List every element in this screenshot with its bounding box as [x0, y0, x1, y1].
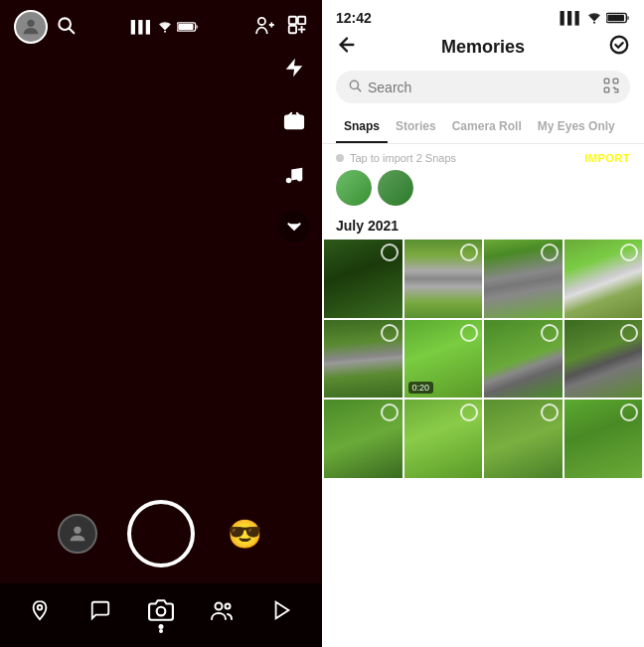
flash-icon[interactable] [276, 50, 312, 85]
tab-stories[interactable]: Stories [388, 113, 444, 143]
photo-12[interactable] [564, 400, 643, 478]
select-circle-7[interactable] [541, 324, 559, 342]
svg-rect-27 [604, 79, 609, 83]
select-circle-6[interactable] [460, 324, 478, 342]
memories-status-bar: 12:42 ▌▌▌ [322, 0, 644, 32]
camera-top-bar: ▌▌▌ [0, 0, 322, 50]
svg-rect-28 [613, 79, 618, 83]
back-button[interactable] [336, 34, 358, 61]
svg-rect-9 [289, 26, 296, 33]
svg-rect-10 [285, 116, 303, 129]
pending-snap-2-thumb [378, 170, 413, 206]
mem-wifi-icon [586, 12, 602, 24]
svg-point-18 [225, 604, 230, 609]
bitmoji-button[interactable] [58, 514, 97, 554]
scan-icon[interactable] [602, 77, 620, 98]
chat-nav-icon[interactable] [80, 593, 120, 627]
memories-title: Memories [441, 37, 525, 58]
select-circle-11[interactable] [541, 404, 559, 421]
mem-battery-icon [606, 12, 630, 24]
camera-nav-icon[interactable] [141, 593, 181, 627]
import-hint: Tap to import 2 Snaps [336, 152, 456, 164]
memories-time: 12:42 [336, 10, 372, 26]
photo-6[interactable]: 0:20 [404, 320, 483, 399]
select-circle-5[interactable] [381, 324, 399, 342]
svg-rect-22 [607, 15, 624, 21]
emoji-button[interactable]: 😎 [225, 514, 264, 554]
photo-8[interactable] [564, 320, 643, 399]
select-circle-4[interactable] [620, 243, 638, 261]
select-circle-8[interactable] [620, 324, 638, 342]
shutter-button[interactable] [127, 500, 195, 567]
svg-line-2 [70, 28, 75, 33]
select-circle-2[interactable] [460, 243, 478, 261]
search-input[interactable] [368, 80, 618, 95]
svg-point-12 [286, 178, 292, 184]
chevron-down-icon[interactable] [278, 211, 310, 243]
camera-search-icon[interactable] [56, 15, 76, 40]
photo-11[interactable] [484, 400, 563, 478]
pending-snap-1[interactable] [336, 170, 372, 206]
photo-5[interactable] [324, 320, 402, 399]
search-icon [348, 79, 362, 95]
tabs-row: Snaps Stories Camera Roll My Eyes Only [322, 113, 644, 144]
svg-point-15 [38, 605, 43, 610]
import-button[interactable]: IMPORT [584, 152, 630, 164]
camera-right-icons [276, 50, 312, 243]
select-all-button[interactable] [608, 34, 630, 61]
select-circle-12[interactable] [620, 404, 638, 421]
memories-panel: 12:42 ▌▌▌ Memories [322, 0, 644, 647]
svg-point-16 [157, 607, 166, 616]
photo-7[interactable] [484, 320, 563, 399]
wifi-icon [157, 21, 173, 33]
svg-rect-29 [604, 87, 609, 92]
photo-2[interactable] [404, 240, 483, 318]
tab-my-eyes-only[interactable]: My Eyes Only [530, 113, 623, 143]
svg-point-17 [215, 603, 222, 610]
pending-snap-2[interactable] [378, 170, 413, 206]
snapchat-icon[interactable] [286, 14, 308, 40]
select-circle-3[interactable] [541, 243, 559, 261]
dot-indicator [336, 154, 344, 162]
grid-row-2: 0:20 [324, 320, 642, 399]
select-circle-9[interactable] [381, 404, 399, 421]
location-nav-icon[interactable] [20, 593, 60, 627]
svg-point-24 [611, 37, 628, 54]
svg-point-3 [164, 31, 166, 33]
pending-snaps-row [322, 170, 644, 214]
svg-marker-19 [275, 602, 288, 619]
add-friend-icon[interactable] [254, 16, 276, 38]
memories-status-icons: ▌▌▌ [560, 11, 630, 25]
photo-1[interactable] [324, 240, 402, 318]
svg-rect-5 [179, 24, 194, 30]
photo-10[interactable] [404, 400, 483, 478]
select-circle-10[interactable] [460, 404, 478, 421]
photos-grid: 0:20 [322, 240, 644, 647]
play-nav-icon[interactable] [262, 593, 302, 627]
friends-nav-icon[interactable] [202, 593, 242, 627]
battery-icon [177, 21, 199, 33]
svg-rect-7 [289, 17, 296, 24]
svg-point-14 [74, 527, 80, 534]
flip-camera-icon[interactable] [276, 103, 312, 139]
camera-nav-bar [0, 583, 322, 647]
svg-point-0 [27, 20, 34, 27]
svg-line-26 [358, 88, 361, 91]
import-hint-text: Tap to import 2 Snaps [350, 152, 456, 164]
tab-snaps[interactable]: Snaps [336, 113, 388, 143]
svg-point-13 [297, 176, 303, 182]
import-row: Tap to import 2 Snaps IMPORT [322, 144, 644, 170]
photo-4[interactable] [564, 240, 643, 318]
signal-icon: ▌▌▌ [131, 20, 154, 34]
mem-signal-icon: ▌▌▌ [560, 11, 582, 25]
music-icon[interactable] [276, 157, 312, 193]
avatar[interactable] [14, 10, 48, 44]
photo-9[interactable] [324, 400, 402, 478]
tab-camera-roll[interactable]: Camera Roll [444, 113, 530, 143]
search-bar[interactable] [336, 71, 630, 103]
grid-row-3 [324, 400, 642, 478]
photo-3[interactable] [484, 240, 563, 318]
svg-rect-6 [196, 25, 198, 28]
section-date: July 2021 [322, 214, 644, 240]
select-circle-1[interactable] [381, 243, 399, 261]
